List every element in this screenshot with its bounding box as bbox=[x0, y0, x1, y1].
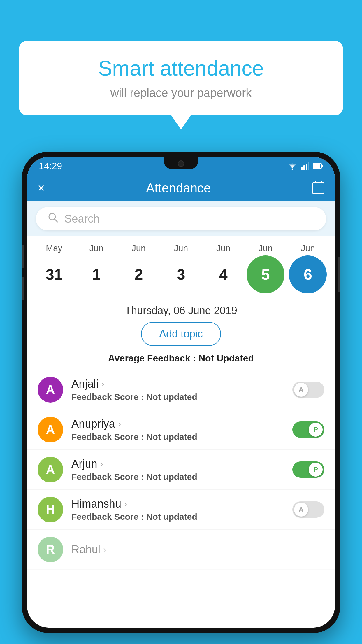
student-name-anjali: Anjali › bbox=[71, 378, 284, 390]
add-topic-button[interactable]: Add topic bbox=[141, 322, 221, 346]
avatar-anjali: A bbox=[38, 377, 63, 402]
date-4[interactable]: 4 bbox=[204, 256, 242, 293]
volume-down-button bbox=[22, 277, 24, 300]
volume-up-button bbox=[22, 245, 24, 268]
battery-icon bbox=[313, 163, 323, 169]
close-button[interactable]: × bbox=[38, 181, 45, 195]
feedback-himanshu: Feedback Score : Not updated bbox=[71, 512, 284, 522]
avatar-arjun: A bbox=[38, 457, 63, 482]
svg-rect-6 bbox=[313, 164, 320, 168]
speech-bubble-container: Smart attendance will replace your paper… bbox=[19, 41, 343, 116]
month-6: Jun bbox=[289, 243, 327, 253]
bubble-title: Smart attendance bbox=[36, 57, 326, 80]
student-info-anupriya[interactable]: Anupriya › Feedback Score : Not updated bbox=[71, 418, 284, 442]
month-5: Jun bbox=[247, 243, 284, 253]
chevron-icon: › bbox=[124, 499, 127, 509]
student-list: A Anjali › Feedback Score : Not updated … bbox=[27, 370, 335, 570]
date-5-today[interactable]: 5 bbox=[247, 256, 284, 293]
signal-icon bbox=[301, 162, 309, 170]
month-0: May bbox=[35, 243, 73, 253]
toggle-himanshu[interactable]: A bbox=[292, 501, 324, 518]
avatar-partial: R bbox=[38, 537, 63, 562]
toggle-switch-himanshu[interactable]: A bbox=[292, 501, 324, 518]
status-icons bbox=[287, 162, 323, 170]
status-bar: 14:29 bbox=[27, 157, 335, 175]
student-info-partial: Rahul › bbox=[71, 543, 324, 556]
chevron-icon: › bbox=[118, 419, 121, 429]
bubble-subtitle: will replace your paperwork bbox=[36, 86, 326, 99]
date-1[interactable]: 1 bbox=[78, 256, 115, 293]
toggle-knob-himanshu: A bbox=[294, 503, 308, 517]
avatar-anupriya: A bbox=[38, 417, 63, 442]
svg-line-9 bbox=[55, 219, 57, 222]
phone-screen: 14:29 bbox=[27, 157, 335, 628]
avg-feedback-value: Not Updated bbox=[198, 353, 254, 363]
student-item-himanshu: H Himanshu › Feedback Score : Not update… bbox=[27, 490, 335, 530]
search-placeholder: Search bbox=[64, 213, 99, 225]
month-2: Jun bbox=[120, 243, 158, 253]
app-title: Attendance bbox=[146, 181, 211, 195]
student-name-himanshu: Himanshu › bbox=[71, 498, 284, 510]
student-item-partial: R Rahul › bbox=[27, 530, 335, 570]
toggle-knob-anupriya: P bbox=[309, 423, 323, 437]
wifi-icon bbox=[287, 162, 298, 170]
speech-bubble: Smart attendance will replace your paper… bbox=[19, 41, 343, 116]
avatar-himanshu: H bbox=[38, 497, 63, 522]
date-6-selected[interactable]: 6 bbox=[289, 256, 327, 293]
toggle-anupriya[interactable]: P bbox=[292, 421, 324, 438]
student-name-anupriya: Anupriya › bbox=[71, 418, 284, 430]
svg-rect-2 bbox=[303, 165, 305, 170]
avg-feedback: Average Feedback : Not Updated bbox=[27, 353, 335, 370]
student-info-himanshu[interactable]: Himanshu › Feedback Score : Not updated bbox=[71, 498, 284, 522]
notch bbox=[164, 157, 198, 169]
svg-rect-1 bbox=[301, 167, 303, 170]
month-3: Jun bbox=[162, 243, 200, 253]
camera-notch bbox=[178, 160, 184, 167]
feedback-arjun: Feedback Score : Not updated bbox=[71, 472, 284, 482]
student-item-anupriya: A Anupriya › Feedback Score : Not update… bbox=[27, 410, 335, 450]
toggle-switch-anjali[interactable]: A bbox=[292, 382, 324, 398]
toggle-switch-anupriya[interactable]: P bbox=[292, 421, 324, 438]
power-button bbox=[338, 257, 340, 292]
selected-date-label: Thursday, 06 June 2019 bbox=[27, 296, 335, 322]
month-4: Jun bbox=[204, 243, 242, 253]
feedback-anupriya: Feedback Score : Not updated bbox=[71, 432, 284, 442]
search-bar[interactable]: Search bbox=[36, 207, 326, 230]
status-time: 14:29 bbox=[39, 161, 62, 172]
content-area: Thursday, 06 June 2019 Add topic Average… bbox=[27, 296, 335, 570]
search-icon bbox=[48, 212, 59, 226]
calendar-strip: May Jun Jun Jun Jun Jun Jun 31 1 2 3 4 5… bbox=[27, 236, 335, 296]
toggle-anjali[interactable]: A bbox=[292, 382, 324, 398]
toggle-switch-arjun[interactable]: P bbox=[292, 461, 324, 478]
feedback-anjali: Feedback Score : Not updated bbox=[71, 392, 284, 402]
month-row: May Jun Jun Jun Jun Jun Jun bbox=[33, 243, 329, 253]
month-1: Jun bbox=[78, 243, 115, 253]
date-31[interactable]: 31 bbox=[35, 256, 73, 293]
avg-feedback-label: Average Feedback : bbox=[108, 353, 198, 363]
toggle-arjun[interactable]: P bbox=[292, 461, 324, 478]
svg-rect-4 bbox=[308, 162, 309, 170]
svg-rect-7 bbox=[321, 165, 323, 167]
chevron-icon: › bbox=[101, 379, 104, 389]
phone-frame: 14:29 bbox=[22, 152, 340, 633]
svg-rect-3 bbox=[306, 164, 307, 170]
student-name-partial: Rahul › bbox=[71, 543, 324, 556]
date-3[interactable]: 3 bbox=[162, 256, 200, 293]
toggle-knob-anjali: A bbox=[294, 383, 308, 397]
chevron-icon: › bbox=[100, 459, 103, 469]
chevron-icon-partial: › bbox=[103, 545, 106, 554]
toggle-knob-arjun: P bbox=[309, 463, 323, 477]
app-header: × Attendance bbox=[27, 175, 335, 201]
search-container: Search bbox=[27, 201, 335, 236]
student-info-anjali[interactable]: Anjali › Feedback Score : Not updated bbox=[71, 378, 284, 402]
student-item-anjali: A Anjali › Feedback Score : Not updated … bbox=[27, 370, 335, 410]
calendar-icon[interactable] bbox=[312, 182, 324, 194]
date-row: 31 1 2 3 4 5 6 bbox=[33, 256, 329, 293]
student-name-arjun: Arjun › bbox=[71, 458, 284, 470]
date-2[interactable]: 2 bbox=[120, 256, 158, 293]
student-info-arjun[interactable]: Arjun › Feedback Score : Not updated bbox=[71, 458, 284, 482]
student-item-arjun: A Arjun › Feedback Score : Not updated P bbox=[27, 450, 335, 490]
svg-point-0 bbox=[292, 169, 293, 170]
